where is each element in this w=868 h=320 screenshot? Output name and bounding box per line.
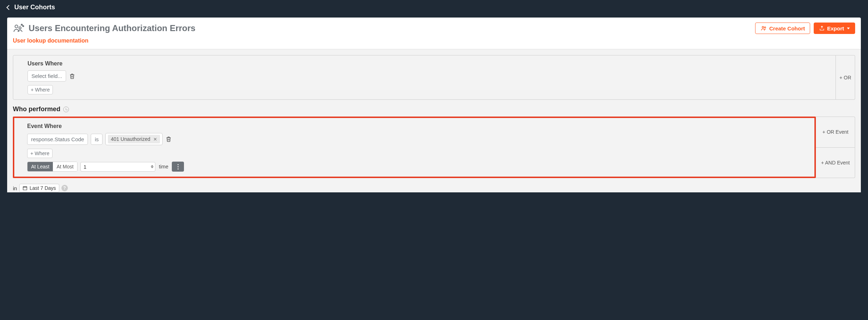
date-range-picker[interactable]: Last 7 Days xyxy=(19,184,59,192)
add-where-button[interactable]: + Where xyxy=(28,85,53,94)
users-where-label: Users Where xyxy=(28,60,821,67)
svg-point-0 xyxy=(15,25,18,28)
export-icon xyxy=(819,25,825,31)
event-where-label: Event Where xyxy=(27,123,802,129)
who-performed-label: Who performed xyxy=(13,105,60,113)
at-least-toggle[interactable]: At Least xyxy=(28,162,53,171)
caret-down-icon xyxy=(847,28,850,29)
query-builder: Users Where Select field... + Where + OR… xyxy=(7,49,861,192)
event-field-chip[interactable]: response.Status Code xyxy=(27,134,88,145)
in-label: in xyxy=(13,185,17,191)
page-title: Users Encountering Authorization Errors xyxy=(29,23,755,33)
page-header: Users Encountering Authorization Errors … xyxy=(7,18,861,38)
clock-icon[interactable] xyxy=(63,107,69,112)
svg-point-1 xyxy=(19,27,21,29)
event-value-tag: 401 Unauthorized ✕ xyxy=(108,135,160,143)
remove-tag-icon[interactable]: ✕ xyxy=(153,137,157,142)
count-input[interactable]: 1 xyxy=(80,162,155,172)
count-mode-toggle: At Least At Most xyxy=(27,162,78,172)
doc-link[interactable]: User lookup documentation xyxy=(7,38,861,49)
time-label: time xyxy=(158,162,169,172)
export-button[interactable]: Export xyxy=(814,23,855,34)
event-value-text: 401 Unauthorized xyxy=(111,136,150,142)
breadcrumb-bar: User Cohorts xyxy=(0,0,868,18)
date-range-label: Last 7 Days xyxy=(30,185,56,191)
export-label: Export xyxy=(827,25,844,31)
cohort-icon xyxy=(13,23,24,34)
or-button[interactable]: + OR xyxy=(836,55,855,100)
trash-icon[interactable] xyxy=(69,73,75,80)
calendar-icon xyxy=(23,186,28,191)
breadcrumb[interactable]: User Cohorts xyxy=(14,4,55,11)
at-most-toggle[interactable]: At Most xyxy=(53,162,77,171)
select-field-dropdown[interactable]: Select field... xyxy=(28,70,66,82)
users-where-panel: Users Where Select field... + Where xyxy=(13,55,836,100)
event-where-panel: Event Where response.Status Code is 401 … xyxy=(13,117,816,178)
event-operator-chip[interactable]: is xyxy=(91,134,103,145)
svg-rect-6 xyxy=(23,187,27,190)
and-event-button[interactable]: + AND Event xyxy=(816,148,855,178)
svg-point-5 xyxy=(764,27,766,28)
stepper-icon[interactable] xyxy=(151,165,154,168)
count-value: 1 xyxy=(84,164,86,170)
users-icon xyxy=(760,25,767,31)
trash-icon[interactable] xyxy=(165,136,172,143)
more-menu-button[interactable] xyxy=(172,162,184,172)
time-range-row: in Last 7 Days ? xyxy=(7,182,861,192)
main-panel: Users Encountering Authorization Errors … xyxy=(7,18,861,192)
create-cohort-button[interactable]: Create Cohort xyxy=(755,23,810,34)
or-event-button[interactable]: + OR Event xyxy=(816,117,855,148)
svg-point-4 xyxy=(762,26,764,28)
event-value-box[interactable]: 401 Unauthorized ✕ xyxy=(105,133,163,145)
back-chevron-icon[interactable] xyxy=(6,5,11,10)
add-event-where-button[interactable]: + Where xyxy=(27,149,53,158)
create-cohort-label: Create Cohort xyxy=(769,25,805,31)
help-icon[interactable]: ? xyxy=(61,185,68,191)
